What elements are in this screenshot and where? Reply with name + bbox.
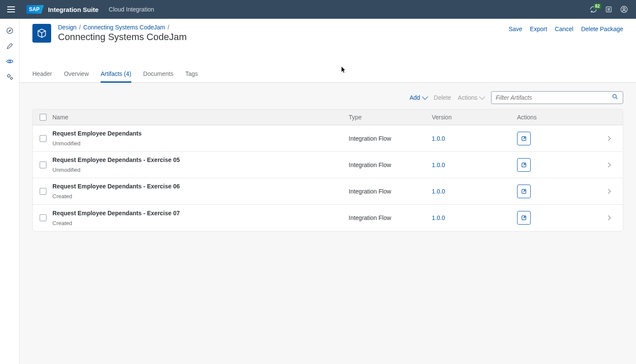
svg-point-8 — [8, 75, 10, 77]
page-actions: Save Export Cancel Delete Package — [509, 24, 623, 34]
chevron-right-icon[interactable] — [606, 215, 610, 220]
artifact-version[interactable]: 1.0.0 — [432, 135, 517, 142]
add-button[interactable]: Add — [410, 94, 427, 101]
cancel-button[interactable]: Cancel — [555, 24, 574, 34]
delete-button[interactable]: Delete — [434, 94, 451, 101]
artifact-status: Unmodified — [52, 140, 349, 147]
artifact-name[interactable]: Request Employee Dependants - Exercise 0… — [52, 210, 349, 217]
artifact-name[interactable]: Request Employee Dependants - Exercise 0… — [52, 156, 349, 163]
select-all-checkbox[interactable] — [40, 114, 46, 121]
table-row[interactable]: Request Employee Dependants - Exercise 0… — [33, 152, 623, 178]
artifact-status: Created — [52, 193, 349, 199]
tabs: HeaderOverviewArtifacts (4)DocumentsTags — [20, 66, 636, 83]
shell-header: SAP Integration Suite Cloud Integration … — [0, 0, 636, 19]
tab-tags[interactable]: Tags — [185, 66, 198, 83]
export-button[interactable]: Export — [530, 24, 547, 34]
share-button[interactable] — [517, 211, 531, 225]
share-button[interactable] — [517, 185, 531, 198]
breadcrumb-separator: / — [79, 24, 81, 31]
package-icon — [32, 24, 51, 43]
breadcrumb-separator: / — [168, 24, 169, 31]
row-checkbox[interactable] — [40, 188, 46, 195]
filter-search — [491, 91, 623, 104]
table-row[interactable]: Request Employee Dependants - Exercise 0… — [33, 205, 623, 231]
share-icon — [520, 214, 527, 221]
col-version[interactable]: Version — [432, 114, 517, 121]
breadcrumb-current-link[interactable]: Connecting Systems CodeJam — [83, 24, 165, 31]
artifact-type: Integration Flow — [349, 162, 432, 168]
nav-design[interactable] — [0, 38, 20, 54]
nav-settings[interactable] — [0, 69, 20, 84]
actions-button[interactable]: Actions — [458, 94, 484, 101]
chevron-right-icon[interactable] — [606, 136, 610, 141]
table-header: Name Type Version Actions — [33, 110, 623, 125]
chevron-right-icon[interactable] — [606, 162, 610, 167]
list-icon — [605, 6, 613, 13]
menu-button[interactable] — [4, 3, 18, 16]
row-checkbox[interactable] — [40, 162, 46, 168]
chevron-down-icon — [422, 94, 428, 100]
col-name[interactable]: Name — [50, 114, 349, 121]
svg-line-11 — [616, 98, 617, 99]
user-button[interactable] — [616, 2, 632, 17]
artifact-status: Unmodified — [52, 167, 349, 173]
layout: Design / Connecting Systems CodeJam / Co… — [0, 19, 636, 364]
artifact-type: Integration Flow — [349, 135, 432, 142]
eye-icon — [6, 58, 14, 65]
page-title: Connecting Systems CodeJam — [58, 32, 187, 43]
notifications-button[interactable]: 82 — [586, 2, 601, 17]
artifacts-toolbar: Add Delete Actions — [32, 91, 623, 104]
tab-content: Add Delete Actions Name — [20, 83, 636, 364]
svg-point-7 — [9, 61, 11, 63]
nav-discover[interactable] — [0, 23, 20, 38]
artifact-type: Integration Flow — [349, 214, 432, 221]
tasks-button[interactable] — [601, 2, 616, 17]
save-button[interactable]: Save — [509, 24, 522, 34]
artifact-status: Created — [52, 220, 349, 226]
col-type[interactable]: Type — [349, 114, 432, 121]
breadcrumb-root[interactable]: Design — [58, 24, 77, 31]
artifact-version[interactable]: 1.0.0 — [432, 162, 517, 168]
share-icon — [520, 162, 527, 168]
svg-point-5 — [623, 8, 625, 10]
notification-badge: 82 — [594, 3, 601, 9]
compass-icon — [6, 27, 14, 35]
main-content: Design / Connecting Systems CodeJam / Co… — [20, 19, 636, 364]
row-checkbox[interactable] — [40, 214, 46, 221]
chevron-down-icon — [479, 94, 485, 100]
search-button[interactable] — [607, 93, 623, 102]
table-row[interactable]: Request Employee DependantsUnmodifiedInt… — [33, 125, 623, 152]
artifact-name[interactable]: Request Employee Dependants - Exercise 0… — [52, 183, 349, 190]
hamburger-icon — [7, 6, 15, 12]
table-row[interactable]: Request Employee Dependants - Exercise 0… — [33, 178, 623, 205]
tab-documents[interactable]: Documents — [143, 66, 173, 83]
page-header: Design / Connecting Systems CodeJam / Co… — [20, 19, 636, 43]
add-label: Add — [410, 94, 420, 101]
col-actions: Actions — [517, 114, 607, 121]
filter-input[interactable] — [491, 94, 607, 101]
delete-package-button[interactable]: Delete Package — [581, 24, 623, 34]
artifact-version[interactable]: 1.0.0 — [432, 188, 517, 195]
breadcrumb: Design / Connecting Systems CodeJam / — [58, 24, 187, 31]
share-button[interactable] — [517, 132, 531, 145]
sap-logo: SAP — [26, 5, 44, 14]
share-icon — [520, 188, 527, 195]
share-button[interactable] — [517, 158, 531, 172]
actions-label: Actions — [458, 94, 477, 101]
row-checkbox[interactable] — [40, 135, 46, 142]
share-icon — [520, 135, 527, 142]
pencil-icon — [6, 42, 14, 50]
user-icon — [620, 5, 628, 14]
side-nav — [0, 19, 20, 364]
chevron-right-icon[interactable] — [606, 189, 610, 194]
artifact-type: Integration Flow — [349, 188, 432, 195]
app-subtitle[interactable]: Cloud Integration — [109, 6, 154, 13]
artifact-name[interactable]: Request Employee Dependants — [52, 130, 349, 137]
tab-header[interactable]: Header — [32, 66, 52, 83]
tab-overview[interactable]: Overview — [64, 66, 89, 83]
artifact-version[interactable]: 1.0.0 — [432, 214, 517, 221]
svg-point-9 — [11, 78, 13, 80]
tab-artifacts-[interactable]: Artifacts (4) — [101, 66, 131, 83]
nav-monitor[interactable] — [0, 54, 20, 69]
svg-point-10 — [613, 95, 616, 98]
